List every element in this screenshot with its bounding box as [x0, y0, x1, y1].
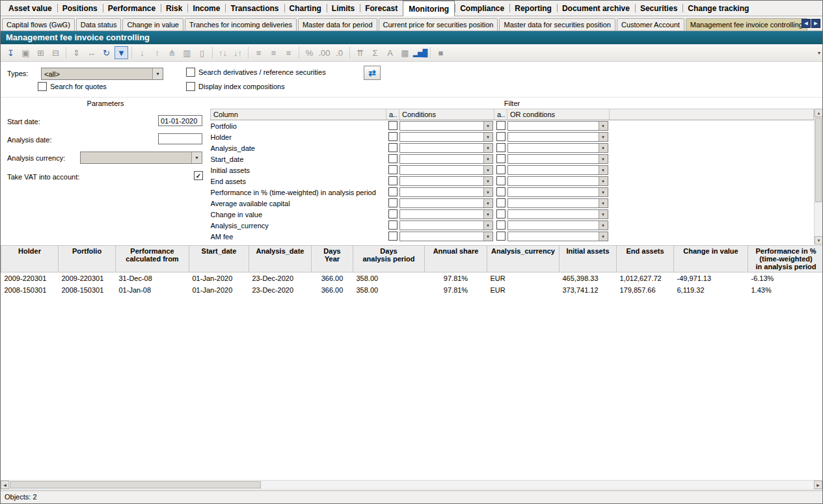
conditions-select[interactable]: ▼ — [399, 209, 493, 219]
drill-down-icon[interactable]: ↓ — [135, 46, 149, 59]
and-checkbox[interactable] — [388, 176, 398, 185]
expand-all-icon[interactable]: ⊞ — [34, 46, 47, 59]
chevron-down-icon[interactable]: ▼ — [483, 166, 492, 174]
conditions-select[interactable]: ▼ — [399, 165, 493, 175]
conditions-select[interactable]: ▼ — [399, 187, 493, 197]
chevron-down-icon[interactable]: ▼ — [599, 144, 608, 152]
chevron-down-icon[interactable]: ▼ — [599, 199, 608, 207]
sort-ascending-icon[interactable]: ↑↓ — [216, 46, 230, 59]
rank-icon[interactable]: ⇈ — [353, 46, 367, 59]
or-conditions-select[interactable]: ▼ — [507, 220, 608, 230]
or-and-checkbox[interactable] — [496, 121, 506, 130]
add-decimal-icon[interactable]: .00 — [317, 46, 331, 59]
filter-vertical-scrollbar[interactable]: ▲ ▼ — [814, 109, 822, 245]
or-and-checkbox[interactable] — [496, 143, 506, 152]
sum-icon[interactable]: Σ — [368, 46, 382, 59]
and-checkbox[interactable] — [388, 143, 398, 152]
subtab-current-price-for-securities-position[interactable]: Current price for securities position — [379, 18, 498, 31]
statistics-icon[interactable]: ⋔ — [165, 46, 179, 59]
conditions-select[interactable]: ▼ — [399, 198, 493, 208]
chevron-down-icon[interactable]: ▼ — [599, 232, 608, 241]
or-and-checkbox[interactable] — [496, 232, 506, 241]
scrollbar-thumb[interactable] — [10, 481, 261, 488]
col-portfolio[interactable]: Portfolio — [59, 246, 116, 272]
or-conditions-select[interactable]: ▼ — [507, 154, 608, 164]
or-and-checkbox[interactable] — [496, 209, 506, 219]
tab-positions[interactable]: Positions — [57, 1, 103, 16]
chevron-down-icon[interactable]: ▼ — [483, 122, 492, 130]
align-right-icon[interactable]: ≡ — [282, 46, 295, 59]
refresh-icon[interactable]: ↻ — [100, 46, 113, 59]
and-checkbox[interactable] — [388, 198, 398, 207]
subtab-capital-flows-gwg[interactable]: Capital flows (GwG) — [2, 18, 75, 31]
chart-columns-icon[interactable]: ▥ — [180, 46, 194, 59]
chevron-down-icon[interactable]: ▼ — [152, 68, 163, 79]
tab-reporting[interactable]: Reporting — [509, 1, 557, 16]
subtab-tranches-for-incoming-deliveries[interactable]: Tranches for incoming deliveries — [185, 18, 297, 31]
tab-monitoring[interactable]: Monitoring — [403, 1, 455, 16]
tab-change-tracking[interactable]: Change tracking — [682, 1, 754, 16]
conditions-select[interactable]: ▼ — [399, 143, 493, 153]
and-checkbox[interactable] — [388, 209, 398, 219]
horizontal-scrollbar[interactable]: ◀ ▶ — [1, 480, 822, 490]
analysis-date-input[interactable] — [158, 133, 202, 144]
and-checkbox[interactable] — [388, 154, 398, 163]
chevron-down-icon[interactable]: ▼ — [599, 122, 608, 130]
scroll-right-icon[interactable]: ▶ — [814, 481, 822, 489]
font-icon[interactable]: A — [383, 46, 397, 59]
or-conditions-select[interactable]: ▼ — [507, 209, 608, 219]
col-start-date[interactable]: Start_date — [189, 246, 249, 272]
or-and-checkbox[interactable] — [496, 165, 506, 174]
drill-up-icon[interactable]: ↑ — [150, 46, 164, 59]
or-conditions-select[interactable]: ▼ — [507, 187, 608, 197]
chevron-down-icon[interactable]: ▼ — [483, 221, 492, 230]
subtab-data-status[interactable]: Data status — [76, 18, 122, 31]
chevron-down-icon[interactable]: ▼ — [483, 144, 492, 152]
export-icon[interactable]: ↧ — [4, 46, 18, 59]
subtab-change-in-value[interactable]: Change in value — [122, 18, 183, 31]
result-row[interactable]: 2008-150301 2008-150301 01-Jan-08 01-Jan… — [1, 284, 823, 296]
or-and-checkbox[interactable] — [496, 154, 506, 163]
tab-income[interactable]: Income — [187, 1, 225, 16]
row-height-icon[interactable]: ⇕ — [70, 46, 83, 59]
result-row[interactable]: 2009-220301 2009-220301 31-Dec-08 01-Jan… — [1, 272, 823, 285]
conditions-select[interactable]: ▼ — [399, 220, 493, 230]
chart-icon[interactable]: ▂▅█ — [413, 46, 427, 59]
stop-icon[interactable]: ■ — [434, 46, 448, 59]
fit-view-icon[interactable]: ▣ — [19, 46, 33, 59]
scroll-up-icon[interactable]: ▲ — [815, 109, 823, 117]
or-and-checkbox[interactable] — [496, 220, 506, 230]
execute-search-button[interactable]: ⇄ — [364, 66, 381, 80]
col-performance-calculated-from[interactable]: Performance calculated from — [116, 246, 189, 272]
search-quotes-checkbox[interactable] — [38, 82, 47, 91]
col-annual-share[interactable]: Annual share — [425, 246, 487, 272]
chevron-down-icon[interactable]: ▼ — [599, 221, 608, 230]
subtab-customer-account[interactable]: Customer Account — [617, 18, 684, 31]
types-select[interactable]: <all> ▼ — [41, 68, 163, 80]
vat-checkbox[interactable]: ✓ — [194, 171, 203, 180]
chevron-down-icon[interactable]: ▼ — [599, 155, 608, 163]
or-conditions-select[interactable]: ▼ — [507, 132, 608, 142]
chevron-down-icon[interactable]: ▼ — [483, 188, 492, 196]
col-analysis-currency[interactable]: Analysis_currency — [487, 246, 560, 272]
or-and-checkbox[interactable] — [496, 132, 506, 141]
analysis-currency-select[interactable]: ▼ — [80, 152, 202, 164]
col-analysis-date[interactable]: Analysis_date — [249, 246, 312, 272]
and-checkbox[interactable] — [388, 220, 398, 230]
scroll-down-icon[interactable]: ▼ — [815, 236, 823, 245]
and-checkbox[interactable] — [388, 165, 398, 174]
tab-performance[interactable]: Performance — [103, 1, 161, 16]
or-conditions-select[interactable]: ▼ — [507, 165, 608, 175]
tab-compliance[interactable]: Compliance — [455, 1, 509, 16]
tab-risk[interactable]: Risk — [161, 1, 187, 16]
chevron-down-icon[interactable]: ▼ — [191, 152, 202, 163]
chevron-down-icon[interactable]: ▼ — [599, 166, 608, 174]
chevron-down-icon[interactable]: ▼ — [483, 133, 492, 141]
display-index-checkbox[interactable] — [186, 82, 195, 91]
conditions-select[interactable]: ▼ — [399, 121, 493, 131]
and-checkbox[interactable] — [388, 232, 398, 241]
remove-decimal-icon[interactable]: .0 — [332, 46, 346, 59]
col-days-analysis-period[interactable]: Days analysis period — [353, 246, 425, 272]
or-and-checkbox[interactable] — [496, 187, 506, 196]
tab-document-archive[interactable]: Document archive — [557, 1, 635, 16]
